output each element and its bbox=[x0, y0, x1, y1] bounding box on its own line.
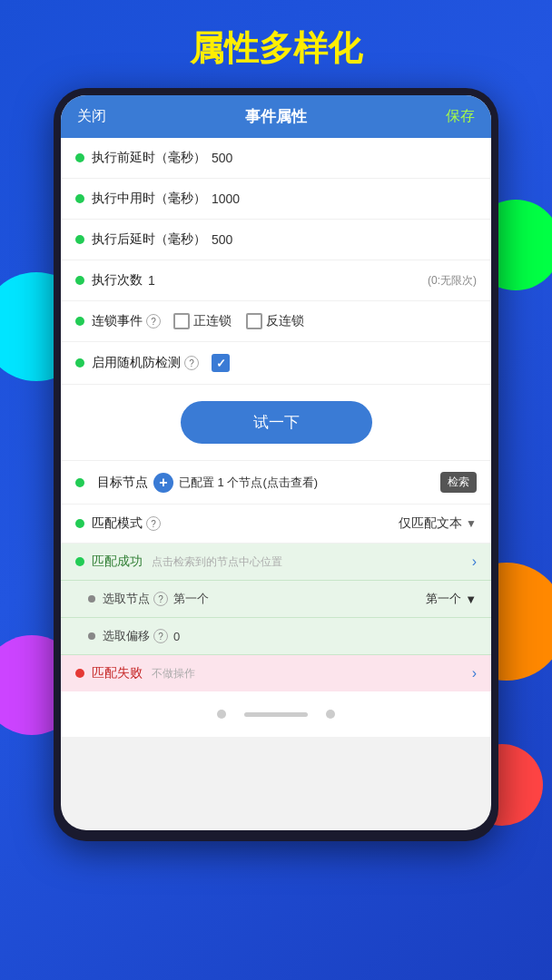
add-node-button[interactable]: + bbox=[153, 473, 173, 493]
exec-count-hint: (0:无限次) bbox=[428, 273, 477, 289]
select-offset-dot bbox=[88, 632, 95, 640]
select-node-label: 选取节点 bbox=[103, 591, 150, 607]
page-title: 属性多样化 bbox=[0, 0, 552, 88]
forward-chain-checkbox[interactable] bbox=[173, 313, 190, 329]
match-fail-section: 匹配失败 不做操作 › bbox=[61, 655, 491, 691]
match-mode-value-dropdown[interactable]: 仅匹配文本 ▼ bbox=[399, 515, 477, 532]
match-fail-arrow-icon: › bbox=[472, 665, 477, 681]
select-offset-question-icon[interactable]: ? bbox=[153, 629, 168, 643]
device-screen: 关闭 事件属性 保存 执行前延时（毫秒） 500 执行中用时（毫秒） 1000 … bbox=[61, 95, 491, 830]
random-detect-dot bbox=[75, 358, 84, 368]
bottom-nav-area bbox=[61, 691, 491, 737]
exec-count-dot bbox=[75, 276, 84, 285]
save-button[interactable]: 保存 bbox=[446, 107, 475, 126]
mid-delay-dot bbox=[75, 194, 84, 203]
match-mode-question-icon[interactable]: ? bbox=[146, 516, 161, 531]
match-mode-value: 仅匹配文本 bbox=[399, 515, 462, 532]
select-offset-label: 选取偏移 bbox=[103, 628, 150, 644]
match-mode-label: 匹配模式 bbox=[92, 515, 143, 532]
mid-delay-value[interactable]: 1000 bbox=[212, 191, 240, 206]
select-node-dropdown-value: 第一个 bbox=[426, 591, 461, 607]
match-success-hint: 点击检索到的节点中心位置 bbox=[152, 554, 282, 570]
random-detect-row: 启用随机防检测 ? bbox=[61, 342, 491, 385]
nav-dot-right bbox=[326, 710, 335, 719]
pre-delay-dot bbox=[75, 153, 84, 162]
search-badge-button[interactable]: 检索 bbox=[440, 472, 477, 493]
match-fail-label: 匹配失败 bbox=[92, 665, 143, 681]
select-node-dropdown-arrow: ▼ bbox=[465, 593, 477, 606]
chain-event-question-icon[interactable]: ? bbox=[146, 314, 161, 328]
reverse-chain-label: 反连锁 bbox=[266, 313, 304, 329]
select-offset-row: 选取偏移 ? 0 bbox=[61, 618, 491, 655]
select-node-question-icon[interactable]: ? bbox=[153, 592, 168, 606]
target-node-row: 目标节点 + 已配置 1 个节点(点击查看) 检索 bbox=[61, 461, 491, 505]
exec-count-row: 执行次数 1 (0:无限次) bbox=[61, 260, 491, 301]
post-delay-value[interactable]: 500 bbox=[212, 232, 232, 247]
try-button[interactable]: 试一下 bbox=[181, 401, 372, 444]
random-detect-label: 启用随机防检测 bbox=[92, 355, 181, 371]
pre-delay-value[interactable]: 500 bbox=[212, 151, 232, 165]
random-detect-question-icon[interactable]: ? bbox=[184, 356, 199, 370]
exec-count-label: 执行次数 bbox=[92, 272, 143, 289]
topbar-title: 事件属性 bbox=[245, 106, 307, 127]
post-delay-row: 执行后延时（毫秒） 500 bbox=[61, 220, 491, 260]
pre-delay-label: 执行前延时（毫秒） bbox=[92, 150, 206, 166]
match-success-dot bbox=[75, 557, 84, 566]
target-node-dot bbox=[75, 478, 84, 487]
configured-text[interactable]: 已配置 1 个节点(点击查看) bbox=[179, 475, 435, 491]
match-mode-row: 匹配模式 ? 仅匹配文本 ▼ bbox=[61, 505, 491, 544]
nav-home-bar[interactable] bbox=[244, 712, 308, 717]
match-fail-header[interactable]: 匹配失败 不做操作 › bbox=[61, 655, 491, 691]
select-node-dot bbox=[88, 595, 95, 603]
match-mode-dot bbox=[75, 519, 84, 528]
forward-chain-label: 正连锁 bbox=[193, 313, 232, 329]
post-delay-dot bbox=[75, 235, 84, 244]
post-delay-label: 执行后延时（毫秒） bbox=[92, 231, 206, 248]
chain-event-row: 连锁事件 ? 正连锁 反连锁 bbox=[61, 301, 491, 342]
match-fail-dot bbox=[75, 669, 84, 678]
mid-delay-label: 执行中用时（毫秒） bbox=[92, 191, 206, 207]
reverse-chain-checkbox[interactable] bbox=[246, 313, 262, 329]
mid-delay-row: 执行中用时（毫秒） 1000 bbox=[61, 179, 491, 220]
exec-count-value[interactable]: 1 bbox=[148, 273, 155, 288]
match-success-header[interactable]: 匹配成功 点击检索到的节点中心位置 › bbox=[61, 544, 491, 581]
match-success-section: 匹配成功 点击检索到的节点中心位置 › 选取节点 ? 第一个 第一个 ▼ 选取偏… bbox=[61, 544, 491, 655]
chain-event-label: 连锁事件 bbox=[92, 313, 143, 329]
try-button-row: 试一下 bbox=[61, 385, 491, 461]
match-mode-dropdown-arrow: ▼ bbox=[466, 517, 477, 530]
close-button[interactable]: 关闭 bbox=[77, 107, 106, 126]
forward-chain-option[interactable]: 正连锁 bbox=[173, 313, 232, 329]
match-success-arrow-icon: › bbox=[472, 554, 477, 570]
select-node-dropdown[interactable]: 第一个 ▼ bbox=[426, 591, 477, 607]
top-bar: 关闭 事件属性 保存 bbox=[61, 95, 491, 138]
device-frame: 关闭 事件属性 保存 执行前延时（毫秒） 500 执行中用时（毫秒） 1000 … bbox=[54, 88, 498, 841]
reverse-chain-option[interactable]: 反连锁 bbox=[246, 313, 304, 329]
select-node-value: 第一个 bbox=[173, 591, 209, 607]
chain-event-options: 正连锁 反连锁 bbox=[173, 313, 304, 329]
pre-delay-row: 执行前延时（毫秒） 500 bbox=[61, 138, 491, 179]
chain-event-dot bbox=[75, 317, 84, 326]
select-node-row: 选取节点 ? 第一个 第一个 ▼ bbox=[61, 581, 491, 618]
random-detect-checkbox[interactable] bbox=[212, 354, 230, 372]
match-success-label: 匹配成功 bbox=[92, 554, 143, 570]
match-fail-hint: 不做操作 bbox=[152, 666, 195, 681]
target-node-label: 目标节点 bbox=[97, 475, 148, 491]
nav-dot-left bbox=[217, 710, 226, 719]
select-offset-value[interactable]: 0 bbox=[173, 630, 180, 643]
